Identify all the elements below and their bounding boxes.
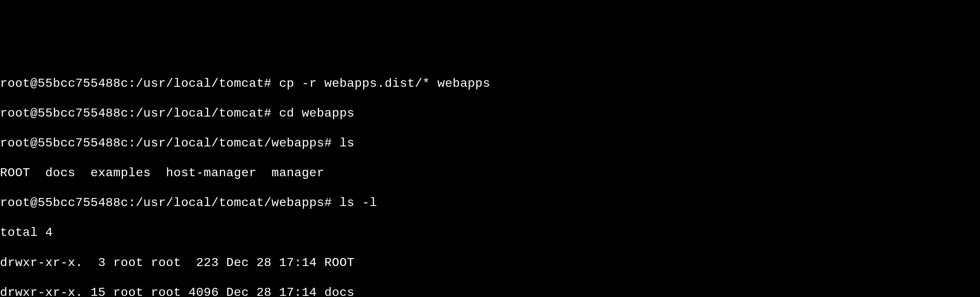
links: 15: [90, 286, 105, 297]
links: 3: [90, 256, 105, 270]
date: Dec 28 17:14: [226, 256, 317, 270]
listing-row: drwxr-xr-x. 15 root root 4096 Dec 28 17:…: [0, 285, 980, 297]
prompt: root@55bcc755488c:/usr/local/tomcat/weba…: [0, 196, 332, 210]
group: root: [151, 256, 181, 270]
command-text: cd webapps: [279, 106, 354, 120]
prompt: root@55bcc755488c:/usr/local/tomcat/weba…: [0, 136, 332, 150]
command-line-1: root@55bcc755488c:/usr/local/tomcat# cp …: [0, 76, 980, 91]
ls-output: ROOT docs examples host-manager manager: [0, 166, 980, 180]
command-line-4: root@55bcc755488c:/usr/local/tomcat/weba…: [0, 195, 980, 210]
group: root: [151, 286, 181, 297]
owner: root: [113, 286, 144, 297]
command-line-2: root@55bcc755488c:/usr/local/tomcat# cd …: [0, 106, 980, 121]
total-line: total 4: [0, 225, 980, 240]
command-text: ls: [340, 136, 354, 150]
date: Dec 28 17:14: [226, 286, 317, 297]
filename: docs: [324, 286, 354, 297]
terminal[interactable]: root@55bcc755488c:/usr/local/tomcat# cp …: [0, 61, 980, 297]
prompt: root@55bcc755488c:/usr/local/tomcat#: [0, 76, 271, 91]
perms: drwxr-xr-x.: [0, 286, 83, 297]
perms: drwxr-xr-x.: [0, 256, 83, 270]
filename: ROOT: [324, 256, 354, 270]
size: 4096: [189, 286, 219, 297]
command-line-3: root@55bcc755488c:/usr/local/tomcat/weba…: [0, 136, 980, 151]
command-text: ls -l: [340, 196, 377, 210]
prompt: root@55bcc755488c:/usr/local/tomcat#: [0, 106, 271, 120]
owner: root: [113, 256, 144, 270]
command-text: cp -r webapps.dist/* webapps: [279, 76, 490, 91]
size: 223: [189, 256, 219, 270]
listing-row: drwxr-xr-x. 3 root root 223 Dec 28 17:14…: [0, 255, 980, 270]
